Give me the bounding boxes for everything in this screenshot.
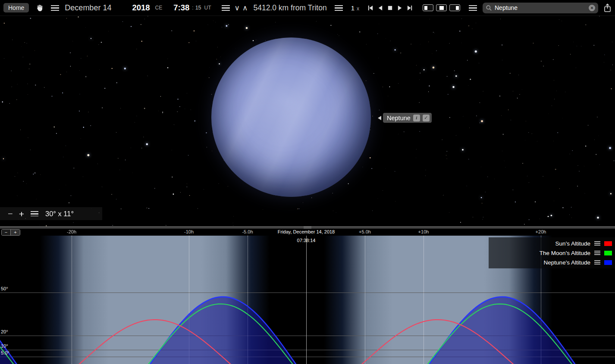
rate-value: 1 (351, 4, 355, 12)
altitude-tick-label: 50° (1, 286, 8, 291)
year-display[interactable]: 2018 (132, 3, 150, 12)
legend-color-swatch[interactable] (604, 260, 612, 265)
distance-status: 5412.0 km from Triton (253, 3, 326, 12)
time-separator: : (192, 5, 193, 11)
zoom-in-button[interactable]: + (19, 209, 24, 218)
legend-color-swatch[interactable] (604, 241, 612, 246)
toolbar-right-cluster: 1 x (335, 3, 611, 13)
layout-left-icon[interactable] (423, 4, 433, 11)
selection-pointer-icon (378, 116, 381, 120)
legend-label: Neptune's Altitude (544, 259, 590, 266)
legend-label: The Moon's Altitude (540, 250, 590, 256)
time-menu-icon[interactable] (51, 5, 59, 11)
graph-plot-area[interactable]: 07:38:14 Sun's Altitude The Moon's Altit… (0, 236, 615, 364)
rate-menu-icon[interactable] (335, 5, 343, 11)
toolbar: Home December 14 2018 CE 7:38 : 15 UT ∨ … (0, 0, 615, 16)
graph-time-tick: -5.0h (242, 229, 253, 234)
planet-neptune[interactable] (211, 37, 371, 197)
graph-zoom-in-button[interactable]: + (11, 230, 20, 235)
home-button[interactable]: Home (3, 3, 29, 12)
altitude-tick-label: 5.0° (1, 350, 9, 355)
legend-menu-icon[interactable] (594, 241, 600, 246)
altitude-tick-label: 20° (1, 329, 8, 334)
altitude-graph-panel: − + -20h-10h-5.0hFriday, December 14, 20… (0, 229, 615, 364)
search-field[interactable]: × (483, 3, 598, 13)
graph-current-time: 07:38:14 (297, 238, 316, 243)
selection-pill[interactable]: Neptune i ✓ (383, 113, 432, 123)
clear-search-icon[interactable]: × (589, 5, 595, 11)
settings-menu-icon[interactable] (469, 5, 477, 11)
selection-label: Neptune (387, 115, 411, 121)
fov-readout: 30° x 11° (45, 210, 74, 218)
fov-control-bar: − + 30° x 11° (0, 207, 102, 220)
timezone-label: UT (204, 5, 211, 11)
panel-layout-toggles (423, 4, 460, 11)
layout-center-icon[interactable] (436, 4, 447, 11)
view-menu-icon[interactable] (222, 5, 230, 11)
sky-view: Neptune i ✓ − + 30° x 11° (0, 16, 615, 226)
time-seconds[interactable]: 15 (195, 5, 201, 11)
date-display[interactable]: December 14 (65, 3, 111, 12)
legend-menu-icon[interactable] (594, 260, 600, 264)
search-input[interactable] (495, 4, 589, 11)
layout-right-icon[interactable] (449, 4, 460, 11)
zoom-out-button[interactable]: − (8, 209, 13, 218)
legend-row-sun: Sun's Altitude (489, 239, 615, 248)
skip-back-icon[interactable] (367, 5, 373, 11)
fov-menu-icon[interactable] (31, 211, 38, 216)
graph-date-label: Friday, December 14, 2018 (278, 229, 335, 234)
chevron-down-icon[interactable]: ∨ (235, 4, 240, 12)
legend-row-neptune: Neptune's Altitude (489, 258, 615, 267)
legend-color-swatch[interactable] (604, 251, 612, 255)
stop-icon[interactable] (387, 5, 393, 11)
graph-zoom-controls: − + (1, 229, 20, 236)
graph-time-axis: − + -20h-10h-5.0hFriday, December 14, 20… (0, 229, 615, 236)
play-icon[interactable] (397, 5, 403, 11)
time-rate[interactable]: 1 x (351, 4, 359, 12)
skysafari-app: Home December 14 2018 CE 7:38 : 15 UT ∨ … (0, 0, 615, 364)
search-icon (486, 5, 492, 11)
step-back-icon[interactable] (377, 5, 383, 11)
graph-time-tick: +10h (418, 229, 429, 234)
graph-time-tick: +5.0h (359, 229, 371, 234)
pan-hand-icon[interactable] (35, 4, 44, 12)
legend-row-moon: The Moon's Altitude (489, 248, 615, 258)
era-label: CE (155, 5, 163, 11)
graph-zoom-out-button[interactable]: − (2, 230, 11, 235)
object-selected-checkbox[interactable]: ✓ (423, 115, 430, 121)
object-info-icon[interactable]: i (413, 115, 420, 121)
graph-time-tick: -10h (184, 229, 194, 234)
divider-drag-handle[interactable] (304, 227, 311, 228)
time-display[interactable]: 7:38 (173, 3, 189, 12)
legend-menu-icon[interactable] (594, 251, 600, 255)
playback-controls (367, 5, 413, 11)
rate-unit: x (357, 6, 359, 12)
chevron-up-icon[interactable]: ∧ (242, 4, 248, 12)
share-icon[interactable] (604, 3, 611, 12)
skip-forward-icon[interactable] (407, 5, 413, 11)
graph-time-tick: +20h (536, 229, 546, 234)
graph-time-tick: -20h (67, 229, 76, 234)
selected-object-tag: Neptune i ✓ (378, 113, 432, 123)
legend-label: Sun's Altitude (555, 240, 590, 247)
altitude-legend: Sun's Altitude The Moon's Altitude Neptu… (489, 237, 615, 268)
altitude-tick-label: 10° (1, 343, 8, 348)
